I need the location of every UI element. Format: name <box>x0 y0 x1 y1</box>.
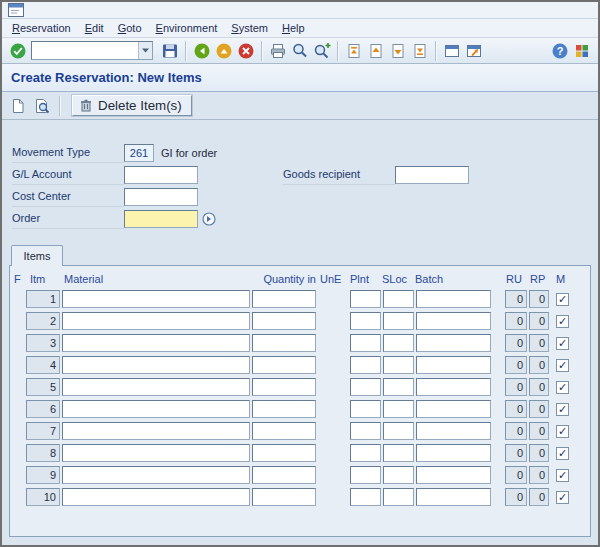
material-input[interactable] <box>62 334 250 352</box>
m-checkbox[interactable]: ✓ <box>556 337 569 350</box>
plant-input[interactable] <box>350 444 381 462</box>
batch-input[interactable] <box>416 334 491 352</box>
plant-input[interactable] <box>350 378 381 396</box>
storage-location-input[interactable] <box>383 466 414 484</box>
order-field[interactable] <box>124 210 198 228</box>
m-checkbox[interactable]: ✓ <box>556 359 569 372</box>
quantity-input[interactable] <box>252 488 316 506</box>
plant-input[interactable] <box>350 400 381 418</box>
new-item-icon[interactable] <box>7 95 29 117</box>
generate-shortcut-icon[interactable] <box>463 40 485 62</box>
m-checkbox[interactable]: ✓ <box>556 491 569 504</box>
item-number-cell[interactable]: 7 <box>26 422 60 440</box>
enter-icon[interactable] <box>7 40 29 62</box>
order-f4-help-icon[interactable] <box>200 210 218 228</box>
material-input[interactable] <box>62 312 250 330</box>
storage-location-input[interactable] <box>383 378 414 396</box>
last-page-icon[interactable] <box>409 40 431 62</box>
movement-type-field[interactable]: 261 <box>124 144 154 162</box>
page-up-icon[interactable] <box>365 40 387 62</box>
plant-input[interactable] <box>350 290 381 308</box>
quantity-input[interactable] <box>252 400 316 418</box>
storage-location-input[interactable] <box>383 422 414 440</box>
batch-input[interactable] <box>416 312 491 330</box>
m-checkbox[interactable]: ✓ <box>556 293 569 306</box>
material-input[interactable] <box>62 400 250 418</box>
batch-input[interactable] <box>416 290 491 308</box>
item-number-cell[interactable]: 2 <box>26 312 60 330</box>
quantity-input[interactable] <box>252 466 316 484</box>
delete-items-button[interactable]: Delete Item(s) <box>72 95 192 116</box>
material-input[interactable] <box>62 356 250 374</box>
menu-reservation[interactable]: Reservation <box>5 20 78 36</box>
m-checkbox[interactable]: ✓ <box>556 425 569 438</box>
plant-input[interactable] <box>350 422 381 440</box>
menu-help[interactable]: Help <box>275 20 312 36</box>
new-session-icon[interactable] <box>441 40 463 62</box>
storage-location-input[interactable] <box>383 290 414 308</box>
goods-recipient-field[interactable] <box>395 166 469 184</box>
storage-location-input[interactable] <box>383 312 414 330</box>
cost-center-field[interactable] <box>124 188 198 206</box>
print-icon[interactable] <box>267 40 289 62</box>
menu-system[interactable]: System <box>224 20 275 36</box>
plant-input[interactable] <box>350 312 381 330</box>
storage-location-input[interactable] <box>383 334 414 352</box>
sap-screen-icon[interactable] <box>8 3 24 17</box>
overview-icon[interactable] <box>31 95 53 117</box>
quantity-input[interactable] <box>252 312 316 330</box>
quantity-input[interactable] <box>252 334 316 352</box>
batch-input[interactable] <box>416 466 491 484</box>
batch-input[interactable] <box>416 400 491 418</box>
m-checkbox[interactable]: ✓ <box>556 381 569 394</box>
item-number-cell[interactable]: 3 <box>26 334 60 352</box>
menu-environment[interactable]: Environment <box>149 20 225 36</box>
command-field-dropdown-icon[interactable] <box>138 42 152 59</box>
storage-location-input[interactable] <box>383 444 414 462</box>
quantity-input[interactable] <box>252 378 316 396</box>
plant-input[interactable] <box>350 334 381 352</box>
storage-location-input[interactable] <box>383 356 414 374</box>
help-icon[interactable]: ? <box>549 40 571 62</box>
batch-input[interactable] <box>416 378 491 396</box>
page-down-icon[interactable] <box>387 40 409 62</box>
cancel-icon[interactable] <box>235 40 257 62</box>
quantity-input[interactable] <box>252 422 316 440</box>
storage-location-input[interactable] <box>383 488 414 506</box>
batch-input[interactable] <box>416 444 491 462</box>
m-checkbox[interactable]: ✓ <box>556 469 569 482</box>
material-input[interactable] <box>62 488 250 506</box>
batch-input[interactable] <box>416 356 491 374</box>
menu-edit[interactable]: Edit <box>78 20 111 36</box>
save-icon[interactable] <box>159 40 181 62</box>
m-checkbox[interactable]: ✓ <box>556 315 569 328</box>
material-input[interactable] <box>62 290 250 308</box>
quantity-input[interactable] <box>252 290 316 308</box>
menu-goto[interactable]: Goto <box>111 20 149 36</box>
quantity-input[interactable] <box>252 356 316 374</box>
customize-layout-icon[interactable] <box>571 40 593 62</box>
exit-icon[interactable] <box>213 40 235 62</box>
item-number-cell[interactable]: 4 <box>26 356 60 374</box>
item-number-cell[interactable]: 5 <box>26 378 60 396</box>
m-checkbox[interactable]: ✓ <box>556 403 569 416</box>
material-input[interactable] <box>62 444 250 462</box>
item-number-cell[interactable]: 10 <box>26 488 60 506</box>
item-number-cell[interactable]: 1 <box>26 290 60 308</box>
m-checkbox[interactable]: ✓ <box>556 447 569 460</box>
find-next-icon[interactable] <box>311 40 333 62</box>
material-input[interactable] <box>62 378 250 396</box>
batch-input[interactable] <box>416 422 491 440</box>
gl-account-field[interactable] <box>124 166 198 184</box>
quantity-input[interactable] <box>252 444 316 462</box>
plant-input[interactable] <box>350 466 381 484</box>
item-number-cell[interactable]: 6 <box>26 400 60 418</box>
batch-input[interactable] <box>416 488 491 506</box>
material-input[interactable] <box>62 466 250 484</box>
first-page-icon[interactable] <box>343 40 365 62</box>
storage-location-input[interactable] <box>383 400 414 418</box>
plant-input[interactable] <box>350 488 381 506</box>
find-icon[interactable] <box>289 40 311 62</box>
item-number-cell[interactable]: 9 <box>26 466 60 484</box>
command-field[interactable] <box>32 43 138 58</box>
